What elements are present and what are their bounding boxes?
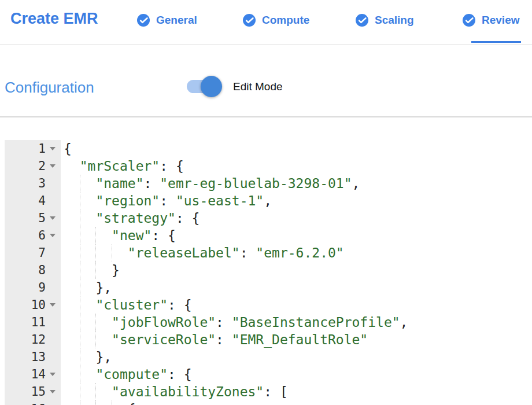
indent-spaces [64, 332, 112, 347]
code-line-content[interactable]: "jobFlowRole": "BaseInstanceProfile", [61, 314, 532, 331]
tab-general[interactable]: General [137, 13, 197, 27]
code-line-content[interactable]: } [61, 262, 532, 279]
code-line-content[interactable]: "region": "us-east-1", [61, 192, 532, 209]
fold-arrow-icon[interactable] [50, 147, 56, 150]
configuration-heading: Configuration [5, 79, 94, 97]
code-string: "EMR_DefaultRole" [232, 332, 368, 347]
fold-slot [50, 303, 61, 307]
wizard-header: Create EMR GeneralComputeScalingReview [0, 0, 532, 45]
code-line-content[interactable]: { [61, 400, 532, 405]
indent-guide [80, 331, 80, 348]
code-line[interactable]: 3 "name": "emr-eg-bluelab-3298-01", [0, 175, 532, 192]
gutter-cell: 3 [0, 175, 61, 192]
section-divider [0, 116, 532, 117]
code-line-content[interactable]: "cluster": { [61, 296, 532, 314]
indent-guide [95, 262, 96, 279]
code-string: "jobFlowRole" [112, 315, 216, 330]
fold-arrow-icon[interactable] [50, 216, 56, 220]
line-number: 5 [38, 209, 50, 227]
code-string: "new" [112, 228, 152, 243]
code-punctuation: : [143, 176, 160, 191]
indent-spaces [64, 228, 112, 243]
indent-guide [95, 227, 96, 244]
check-circle-icon [463, 14, 475, 27]
fold-arrow-icon[interactable] [50, 234, 56, 237]
indent-spaces [64, 263, 112, 278]
indent-guide [80, 192, 80, 209]
fold-arrow-icon[interactable] [50, 373, 56, 376]
code-line-content[interactable]: "new": { [61, 227, 532, 244]
json-code-editor[interactable]: 1{2 "mrScaler": {3 "name": "emr-eg-bluel… [0, 140, 532, 405]
gutter-cell: 16 [0, 400, 61, 405]
code-string: "emr-6.2.0" [256, 245, 343, 260]
code-line-content[interactable]: "serviceRole": "EMR_DefaultRole" [61, 331, 532, 348]
indent-guide [80, 366, 80, 383]
code-punctuation: : { [152, 228, 176, 243]
code-line-content[interactable]: "availabilityZones": [ [61, 383, 532, 400]
code-line[interactable]: 15 "availabilityZones": [ [0, 383, 532, 400]
check-circle-icon [356, 14, 368, 27]
code-line[interactable]: 10 "cluster": { [0, 296, 532, 314]
indent-guide [95, 314, 96, 331]
code-line-content[interactable]: }, [61, 279, 532, 296]
code-string: "BaseInstanceProfile" [232, 315, 400, 330]
fold-arrow-icon[interactable] [50, 164, 56, 168]
code-line[interactable]: 2 "mrScaler": { [0, 157, 532, 175]
code-line[interactable]: 1{ [0, 140, 532, 157]
code-line-content[interactable]: "strategy": { [61, 209, 532, 227]
gutter-cell: 1 [0, 140, 61, 157]
code-string: "releaseLabel" [128, 245, 240, 260]
code-string: "compute" [95, 367, 168, 382]
tab-label: General [156, 14, 197, 27]
code-line-content[interactable]: "compute": { [61, 366, 532, 383]
code-line-content[interactable]: "releaseLabel": "emr-6.2.0" [61, 244, 532, 262]
code-line[interactable]: 5 "strategy": { [0, 209, 532, 227]
code-punctuation: , [400, 315, 408, 330]
indent-guide [80, 296, 80, 314]
indent-spaces [64, 315, 112, 330]
code-punctuation: , [352, 176, 360, 191]
code-line-content[interactable]: "name": "emr-eg-bluelab-3298-01", [61, 175, 532, 192]
code-line-content[interactable]: }, [61, 348, 532, 366]
fold-arrow-icon[interactable] [50, 390, 56, 393]
line-number: 9 [38, 279, 50, 296]
gutter-cell: 7 [0, 244, 61, 262]
code-line[interactable]: 7 "releaseLabel": "emr-6.2.0" [0, 244, 532, 262]
gutter-cell: 14 [0, 366, 61, 383]
indent-guide [80, 383, 80, 400]
fold-arrow-icon[interactable] [50, 303, 56, 307]
gutter-cell: 2 [0, 157, 61, 175]
page-title: Create EMR [10, 10, 98, 28]
indent-guide [95, 331, 96, 348]
code-line[interactable]: 4 "region": "us-east-1", [0, 192, 532, 209]
indent-guide [80, 262, 80, 279]
code-punctuation: : [ [264, 384, 288, 399]
indent-guide [80, 400, 80, 405]
edit-mode-toggle[interactable] [187, 74, 223, 98]
code-string: "region" [95, 193, 160, 208]
fold-slot [50, 373, 61, 376]
toggle-knob [201, 76, 222, 97]
line-number: 3 [38, 175, 50, 192]
code-line[interactable]: 16 { [0, 400, 532, 405]
code-line-content[interactable]: { [61, 140, 532, 157]
indent-guide [80, 227, 80, 244]
code-line[interactable]: 11 "jobFlowRole": "BaseInstanceProfile", [0, 314, 532, 331]
gutter-cell: 11 [0, 314, 61, 331]
line-number: 13 [31, 348, 50, 366]
code-line[interactable]: 8 } [0, 262, 532, 279]
code-line[interactable]: 13 }, [0, 348, 532, 366]
code-punctuation: : [216, 315, 232, 330]
tab-compute[interactable]: Compute [243, 13, 309, 27]
code-punctuation: : { [168, 367, 192, 382]
code-line[interactable]: 6 "new": { [0, 227, 532, 244]
edit-mode-label: Edit Mode [233, 80, 283, 93]
code-line-content[interactable]: "mrScaler": { [61, 157, 532, 175]
tab-scaling[interactable]: Scaling [356, 13, 414, 27]
tab-review[interactable]: Review [463, 13, 519, 27]
code-line[interactable]: 14 "compute": { [0, 366, 532, 383]
code-punctuation: : { [176, 211, 200, 226]
code-line[interactable]: 12 "serviceRole": "EMR_DefaultRole" [0, 331, 532, 348]
line-number: 10 [31, 296, 50, 314]
code-line[interactable]: 9 }, [0, 279, 532, 296]
